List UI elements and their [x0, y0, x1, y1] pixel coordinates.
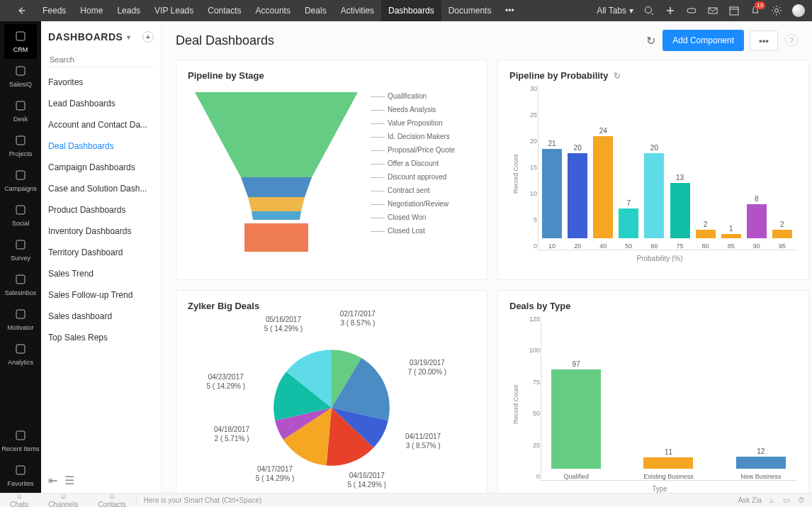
- topbar-tab-activities[interactable]: Activities: [334, 0, 381, 21]
- plus-icon[interactable]: [665, 5, 676, 16]
- search-icon[interactable]: [643, 5, 655, 16]
- x-tick: Existing Business: [643, 473, 694, 480]
- bar[interactable]: [643, 457, 693, 469]
- avatar-icon[interactable]: [792, 4, 805, 17]
- sidebar-item[interactable]: Account and Contact Da...: [41, 114, 161, 135]
- funnel-stage-label: Closed Lost: [371, 227, 455, 235]
- sidebar-item[interactable]: Product Dashboards: [41, 199, 161, 221]
- leftnav-item-social[interactable]: Social: [4, 198, 37, 233]
- topbar-tab-leads[interactable]: Leads: [110, 0, 147, 21]
- clock-icon[interactable]: ⏱: [798, 496, 805, 504]
- topbar-tab-vip-leads[interactable]: VIP Leads: [147, 0, 201, 21]
- refresh-icon[interactable]: ↻: [614, 71, 621, 81]
- card-pipeline-by-stage: Pipeline by Stage QualificationNeeds Ana…: [176, 60, 487, 280]
- leftnav-label: Recent Items: [1, 445, 39, 452]
- smart-chat-input[interactable]: Here is your Smart Chat (Ctrl+Space): [136, 496, 738, 504]
- topbar-tab-documents[interactable]: Documents: [441, 0, 499, 21]
- leftnav-item-favorites[interactable]: Favorites: [1, 458, 39, 493]
- bar[interactable]: [721, 234, 741, 238]
- topbar-tab-deals[interactable]: Deals: [298, 0, 334, 21]
- svg-rect-6: [16, 67, 25, 75]
- leftnav-item-survey[interactable]: Survey: [4, 233, 37, 267]
- pie-slice-label: 04/23/20175 ( 14.29% ): [207, 372, 245, 391]
- calendar-icon[interactable]: [728, 5, 740, 16]
- svg-point-4: [775, 9, 779, 13]
- pie-slice-label: 03/19/20177 ( 20.00% ): [408, 358, 446, 377]
- sidebar-item[interactable]: Sales dashboard: [41, 306, 161, 327]
- leftnav-item-salesiq[interactable]: SalesIQ: [4, 59, 37, 94]
- search-input[interactable]: [48, 52, 154, 67]
- sidebar-item[interactable]: Inventory Dashboards: [41, 221, 161, 242]
- bar[interactable]: [568, 153, 587, 238]
- all-tabs-dropdown[interactable]: All Tabs ▾: [597, 6, 633, 16]
- more-actions-button[interactable]: •••: [750, 30, 778, 51]
- bar[interactable]: [619, 208, 638, 238]
- bar[interactable]: [670, 183, 690, 238]
- bar-column: 12New Business: [729, 447, 793, 480]
- bar[interactable]: [772, 230, 792, 238]
- add-component-button[interactable]: Add Component: [662, 30, 744, 51]
- add-dashboard-icon[interactable]: +: [142, 31, 154, 43]
- bar-value: 1: [729, 225, 733, 233]
- sidebar-item[interactable]: Campaign Dashboards: [41, 157, 161, 178]
- leftnav-item-analytics[interactable]: Analytics: [4, 337, 37, 372]
- bar-column: 2440: [592, 127, 614, 250]
- bar[interactable]: [542, 149, 562, 238]
- gear-icon[interactable]: [771, 5, 782, 16]
- bar[interactable]: [551, 369, 601, 469]
- back-icon[interactable]: [7, 6, 35, 16]
- sidebar-item[interactable]: Case and Solution Dash...: [41, 178, 161, 199]
- bar-column: 890: [746, 195, 767, 250]
- topbar-tab-home[interactable]: Home: [73, 0, 110, 21]
- leftnav-item-projects[interactable]: Projects: [4, 128, 37, 163]
- card-title: Deals by Type: [509, 301, 797, 311]
- svg-rect-12: [16, 275, 25, 284]
- ask-zia-button[interactable]: Ask Zia: [738, 496, 762, 504]
- bar-value: 97: [573, 360, 580, 368]
- sidebar-item[interactable]: Territory Dashboard: [41, 242, 161, 263]
- sidebar-item[interactable]: Lead Dashboards: [41, 93, 161, 114]
- bar[interactable]: [736, 457, 786, 469]
- bar-value: 7: [627, 199, 631, 207]
- topbar-tab-dashboards[interactable]: Dashboards: [381, 0, 441, 21]
- bar[interactable]: [696, 230, 716, 238]
- leftnav-item-desk[interactable]: Desk: [4, 94, 37, 128]
- leftnav-item-salesinbox[interactable]: SalesInbox: [4, 267, 37, 302]
- leftnav-label: SalesInbox: [5, 289, 37, 296]
- pie-slice-label: 04/16/20175 ( 14.29% ): [347, 471, 385, 489]
- bell-icon[interactable]: 13: [750, 5, 761, 16]
- list-view-icon[interactable]: ☰: [64, 474, 74, 487]
- bar[interactable]: [747, 204, 767, 238]
- help-icon[interactable]: ?: [785, 34, 798, 47]
- card-icon[interactable]: ▭: [783, 496, 789, 504]
- leftnav-item-crm[interactable]: CRM: [4, 24, 37, 59]
- refresh-icon[interactable]: ↻: [646, 34, 655, 48]
- funnel-stage-label: Contract sent: [371, 186, 455, 194]
- sidebar-item[interactable]: Favorites: [41, 72, 161, 93]
- gamepad-icon[interactable]: [686, 5, 697, 16]
- chart-icon[interactable]: ⟀: [770, 496, 774, 504]
- collapse-icon[interactable]: ⇤: [48, 474, 57, 487]
- bar[interactable]: [593, 136, 613, 238]
- bottombar-item-chats[interactable]: ☺Chats: [0, 492, 38, 507]
- leftnav-label: Campaigns: [4, 185, 37, 192]
- sidebar-item[interactable]: Deal Dashboards: [41, 135, 161, 157]
- topbar-tab-contacts[interactable]: Contacts: [201, 0, 248, 21]
- leftnav-label: Survey: [11, 255, 30, 262]
- bottombar-item-channels[interactable]: ☺Channels: [38, 492, 88, 507]
- chevron-down-icon[interactable]: ▾: [127, 33, 130, 41]
- sidebar-item[interactable]: Sales Follow-up Trend: [41, 284, 161, 306]
- bottombar-item-contacts[interactable]: ☺Contacts: [88, 492, 135, 507]
- leftnav-item-motivator[interactable]: Motivator: [4, 302, 37, 337]
- topbar-tab-feeds[interactable]: Feeds: [35, 0, 73, 21]
- bar[interactable]: [644, 153, 664, 238]
- bar-column: 295: [772, 221, 793, 250]
- mail-icon[interactable]: [707, 5, 718, 16]
- topbar-tab-accounts[interactable]: Accounts: [249, 0, 298, 21]
- leftnav-item-recent-items[interactable]: Recent Items: [1, 423, 39, 458]
- sidebar-item[interactable]: Sales Trend: [41, 263, 161, 284]
- svg-rect-14: [16, 345, 25, 353]
- more-icon[interactable]: •••: [504, 5, 515, 16]
- leftnav-item-campaigns[interactable]: Campaigns: [4, 163, 37, 198]
- sidebar-item[interactable]: Top Sales Reps: [41, 327, 161, 348]
